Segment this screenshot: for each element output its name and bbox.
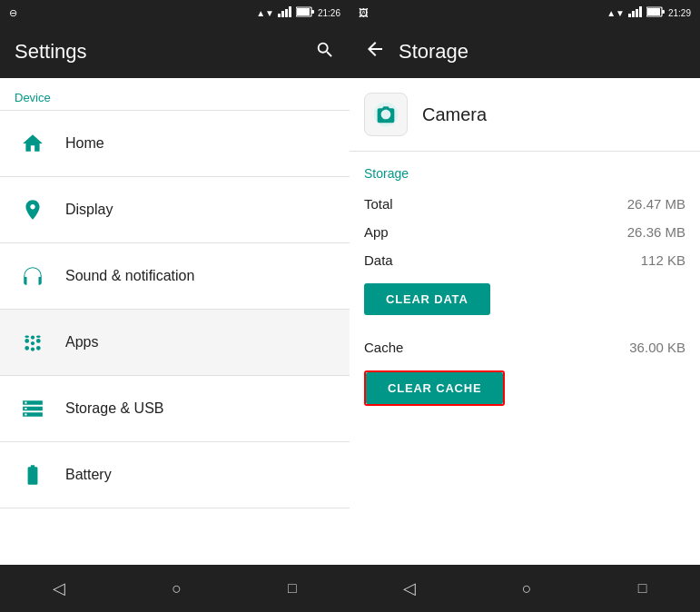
back-button[interactable] bbox=[364, 38, 386, 65]
sidebar-item-battery[interactable]: Battery bbox=[0, 442, 350, 508]
camera-app-name: Camera bbox=[422, 104, 487, 125]
storage-panel: 🖼 ▲▼ 21:29 bbox=[350, 0, 700, 612]
search-icon[interactable] bbox=[315, 40, 335, 64]
svg-rect-5 bbox=[297, 8, 310, 15]
battery-settings-icon bbox=[15, 463, 51, 487]
status-bar-right: 🖼 ▲▼ 21:29 bbox=[350, 0, 700, 25]
app-row: App 26.36 MB bbox=[364, 218, 685, 246]
svg-rect-9 bbox=[636, 9, 638, 17]
battery-icon-right bbox=[646, 6, 665, 19]
section-device: Device bbox=[0, 78, 350, 110]
storage-icon bbox=[15, 397, 51, 420]
sidebar-item-apps[interactable]: Apps bbox=[0, 310, 350, 375]
signal-icon-right bbox=[628, 6, 643, 19]
back-nav-icon-left[interactable]: ◁ bbox=[53, 578, 65, 598]
app-value: 26.36 MB bbox=[627, 224, 685, 240]
total-row: Total 26.47 MB bbox=[364, 190, 685, 218]
nav-bar-left: ◁ ○ □ bbox=[0, 565, 350, 612]
svg-rect-8 bbox=[632, 11, 635, 17]
storage-content: Storage Total 26.47 MB App 26.36 MB Data… bbox=[350, 152, 700, 565]
cache-row: Cache 36.00 KB bbox=[364, 333, 685, 361]
sound-label: Sound & notification bbox=[65, 268, 194, 284]
cache-label: Cache bbox=[364, 340, 403, 355]
data-value: 112 KB bbox=[641, 252, 685, 268]
time-right: 21:29 bbox=[668, 8, 691, 18]
divider-battery bbox=[0, 508, 350, 508]
sidebar-item-home[interactable]: Home bbox=[0, 111, 350, 176]
app-label: App bbox=[364, 224, 389, 240]
recent-nav-icon-right[interactable]: □ bbox=[638, 580, 647, 597]
settings-title: Settings bbox=[15, 40, 87, 64]
sound-icon bbox=[15, 264, 51, 288]
cache-value: 36.00 KB bbox=[629, 340, 685, 355]
svg-rect-0 bbox=[278, 14, 281, 17]
svg-rect-7 bbox=[628, 14, 631, 17]
nav-bar-right: ◁ ○ □ bbox=[350, 565, 700, 612]
home-nav-icon-left[interactable]: ○ bbox=[172, 579, 182, 598]
settings-panel: ⊖ ▲▼ 21:26 Settings bbox=[0, 0, 350, 612]
storage-section-title: Storage bbox=[364, 166, 685, 181]
display-label: Display bbox=[65, 202, 113, 218]
status-icons-left: ▲▼ 21:26 bbox=[256, 6, 340, 19]
status-icons-right: ▲▼ 21:29 bbox=[606, 6, 691, 19]
sidebar-item-storage[interactable]: Storage & USB bbox=[0, 376, 350, 441]
camera-row: Camera bbox=[350, 78, 700, 152]
svg-rect-10 bbox=[639, 6, 642, 17]
battery-label: Battery bbox=[65, 467, 112, 483]
apps-icon bbox=[15, 331, 51, 354]
svg-rect-1 bbox=[281, 11, 284, 17]
sidebar-item-display[interactable]: Display bbox=[0, 177, 350, 242]
home-icon bbox=[15, 132, 51, 155]
cache-section: Cache 36.00 KB CLEAR CACHE bbox=[364, 333, 685, 406]
wifi-icon: ▲▼ bbox=[256, 8, 274, 18]
battery-icon bbox=[296, 6, 314, 19]
settings-list: Device Home Display bbox=[0, 78, 350, 565]
status-left-icon: ⊖ bbox=[9, 7, 17, 19]
home-nav-icon-right[interactable]: ○ bbox=[522, 579, 532, 598]
total-value: 26.47 MB bbox=[627, 196, 685, 212]
signal-icon bbox=[278, 6, 292, 19]
home-label: Home bbox=[65, 135, 104, 152]
back-nav-icon-right[interactable]: ◁ bbox=[403, 578, 416, 598]
storage-title: Storage bbox=[399, 40, 468, 64]
status-bar-left: ⊖ ▲▼ 21:26 bbox=[0, 0, 350, 25]
wifi-icon-right: ▲▼ bbox=[606, 8, 625, 18]
svg-rect-12 bbox=[647, 8, 660, 15]
clear-cache-highlight: CLEAR CACHE bbox=[364, 370, 505, 406]
settings-top-bar: Settings bbox=[0, 25, 350, 78]
total-label: Total bbox=[364, 196, 393, 212]
clear-cache-button[interactable]: CLEAR CACHE bbox=[366, 372, 503, 404]
svg-rect-6 bbox=[311, 10, 314, 14]
data-row: Data 112 KB bbox=[364, 246, 685, 274]
data-label: Data bbox=[364, 252, 393, 268]
svg-rect-2 bbox=[285, 9, 288, 17]
storage-label: Storage & USB bbox=[65, 400, 164, 417]
sidebar-item-sound[interactable]: Sound & notification bbox=[0, 243, 350, 309]
svg-rect-13 bbox=[662, 10, 665, 14]
storage-top-bar: Storage bbox=[350, 25, 700, 78]
apps-label: Apps bbox=[65, 334, 98, 350]
time-left: 21:26 bbox=[318, 8, 340, 18]
notification-icon: 🖼 bbox=[359, 7, 369, 18]
recent-nav-icon-left[interactable]: □ bbox=[288, 580, 297, 597]
camera-app-icon bbox=[364, 93, 408, 136]
clear-data-button[interactable]: CLEAR DATA bbox=[364, 283, 490, 315]
display-icon bbox=[15, 198, 51, 222]
svg-rect-3 bbox=[289, 6, 291, 17]
